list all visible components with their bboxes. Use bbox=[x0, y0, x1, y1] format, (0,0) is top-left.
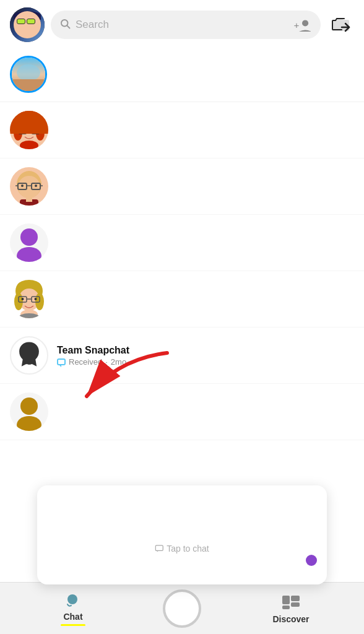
list-item[interactable] bbox=[0, 215, 364, 271]
svg-point-14 bbox=[20, 141, 38, 149]
svg-point-3 bbox=[302, 20, 308, 26]
nav-center[interactable] bbox=[128, 589, 236, 628]
nav-discover[interactable]: Discover bbox=[236, 593, 345, 624]
friend-avatar bbox=[10, 224, 48, 262]
svg-point-7 bbox=[14, 126, 22, 141]
svg-point-12 bbox=[21, 129, 24, 132]
friend-avatar bbox=[10, 393, 48, 431]
discover-nav-label: Discover bbox=[272, 614, 309, 624]
snap-back-button[interactable] bbox=[327, 11, 354, 38]
status-dot: · bbox=[105, 357, 108, 367]
chat-bubble-icon bbox=[57, 358, 66, 365]
shutter-button[interactable] bbox=[163, 589, 201, 628]
friend-avatar bbox=[10, 167, 48, 206]
list-item[interactable] bbox=[0, 271, 364, 328]
notification-dot bbox=[306, 555, 317, 566]
list-item[interactable] bbox=[0, 102, 364, 158]
chat-popup bbox=[37, 485, 327, 584]
svg-point-22 bbox=[21, 185, 24, 187]
svg-line-1 bbox=[67, 25, 69, 28]
friend-name: Team Snapchat bbox=[57, 345, 354, 356]
story-avatar[interactable] bbox=[10, 56, 47, 93]
team-snapchat-avatar bbox=[10, 336, 48, 375]
add-friend-button[interactable]: + bbox=[292, 17, 312, 33]
chat-nav-icon bbox=[64, 591, 82, 609]
svg-rect-45 bbox=[291, 596, 300, 601]
svg-rect-46 bbox=[291, 602, 300, 607]
friend-list: Team Snapchat Received · 2mo bbox=[0, 102, 364, 440]
discover-nav-icon bbox=[280, 593, 301, 612]
status-text: Received bbox=[69, 357, 102, 367]
team-snapchat-item[interactable]: Team Snapchat Received · 2mo bbox=[0, 328, 364, 384]
svg-rect-47 bbox=[282, 606, 290, 609]
svg-point-16 bbox=[18, 176, 40, 198]
search-bar[interactable]: Search + bbox=[51, 11, 321, 39]
list-item[interactable] bbox=[0, 158, 364, 215]
friend-avatar bbox=[10, 280, 48, 318]
self-avatar[interactable] bbox=[10, 7, 45, 42]
search-icon bbox=[59, 18, 71, 32]
svg-point-13 bbox=[34, 129, 37, 132]
svg-point-6 bbox=[18, 118, 40, 143]
chat-nav-underline bbox=[61, 624, 85, 626]
svg-point-5 bbox=[15, 111, 43, 137]
tap-to-chat-hint: Tap to chat bbox=[155, 544, 209, 554]
svg-rect-25 bbox=[26, 196, 32, 202]
nav-chat[interactable]: Chat bbox=[19, 591, 128, 626]
svg-rect-42 bbox=[155, 545, 163, 551]
stories-row bbox=[0, 50, 364, 102]
svg-point-27 bbox=[17, 247, 41, 262]
svg-point-8 bbox=[36, 126, 45, 141]
svg-point-23 bbox=[35, 185, 37, 187]
svg-rect-44 bbox=[282, 596, 290, 604]
friend-status: Received · 2mo bbox=[57, 357, 354, 367]
svg-point-43 bbox=[67, 594, 77, 604]
bottom-nav: Chat Discover bbox=[0, 582, 364, 634]
team-snapchat-info: Team Snapchat Received · 2mo bbox=[57, 345, 354, 367]
svg-point-40 bbox=[17, 416, 41, 431]
svg-point-36 bbox=[35, 298, 37, 300]
svg-point-26 bbox=[20, 228, 38, 246]
svg-text:+: + bbox=[293, 20, 299, 30]
svg-point-39 bbox=[20, 397, 38, 415]
header: Search + bbox=[0, 0, 364, 50]
chat-nav-label: Chat bbox=[63, 612, 82, 622]
list-item[interactable] bbox=[0, 384, 364, 440]
svg-rect-10 bbox=[32, 128, 40, 134]
svg-rect-9 bbox=[19, 128, 27, 134]
search-placeholder-text: Search bbox=[76, 19, 287, 31]
status-time: 2mo bbox=[111, 357, 126, 367]
friend-avatar bbox=[10, 111, 48, 149]
svg-point-35 bbox=[22, 298, 24, 300]
